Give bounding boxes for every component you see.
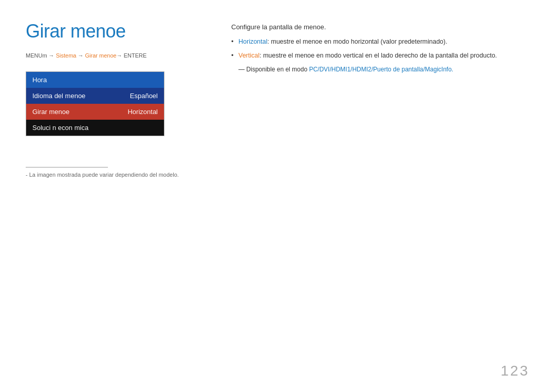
bullet-item-vertical: Vertical: muestre el menoe en modo verti… <box>231 51 529 61</box>
breadcrumb-rotate: Girar menoe <box>85 52 117 59</box>
bullet-item-horizontal: Horizontal: muestre el menoe en modo hor… <box>231 37 529 47</box>
bullet-list: Horizontal: muestre el menoe en modo hor… <box>231 37 529 61</box>
menu-label-hora: Hora <box>32 76 47 84</box>
breadcrumb-system: Sistema <box>56 52 77 59</box>
menu-value-girar: Horizontal <box>127 108 158 116</box>
breadcrumb-prefix: MENUm → <box>26 52 56 59</box>
text-vertical: : muestre el menoe en modo vertical en e… <box>260 52 497 59</box>
availability-prefix: ― Disponible en el modo <box>238 66 309 73</box>
menu-value-idioma: Españoel <box>130 92 158 100</box>
menu-label-solucion: Soluci n econ mica <box>32 124 88 132</box>
availability-link: PC/DVI/HDMI1/HDMI2/Puerto de pantalla/Ma… <box>309 66 453 73</box>
page-number: 123 <box>501 363 529 379</box>
availability-note: ― Disponible en el modo PC/DVI/HDMI1/HDM… <box>231 66 529 73</box>
section-title: Configure la pantalla de menoe. <box>231 23 529 31</box>
breadcrumb-arrow1: → <box>76 52 85 59</box>
menu-label-idioma: Idioma del menoe <box>32 92 85 100</box>
footnote-divider <box>26 167 108 167</box>
term-vertical: Vertical <box>238 52 260 59</box>
breadcrumb-arrow2: → ENTERE <box>117 52 147 59</box>
menu-item-hora[interactable]: Hora <box>26 72 164 88</box>
breadcrumb: MENUm → Sistema → Girar menoe→ ENTERE <box>26 52 206 59</box>
menu-item-solucion[interactable]: Soluci n econ mica <box>26 120 164 136</box>
left-column: Girar menoe MENUm → Sistema → Girar meno… <box>26 21 221 377</box>
menu-item-idioma[interactable]: Idioma del menoe Españoel <box>26 88 164 104</box>
right-column: Configure la pantalla de menoe. Horizont… <box>221 21 529 377</box>
footnote: - La imagen mostrada puede variar depend… <box>26 172 206 178</box>
menu-label-girar: Girar menoe <box>32 108 69 116</box>
page-title: Girar menoe <box>26 21 206 42</box>
term-horizontal: Horizontal <box>238 38 267 45</box>
menu-item-girar[interactable]: Girar menoe Horizontal <box>26 104 164 120</box>
text-horizontal: : muestre el menoe en modo horizontal (v… <box>267 38 447 45</box>
menu-box: Hora Idioma del menoe Españoel Girar men… <box>26 71 164 136</box>
